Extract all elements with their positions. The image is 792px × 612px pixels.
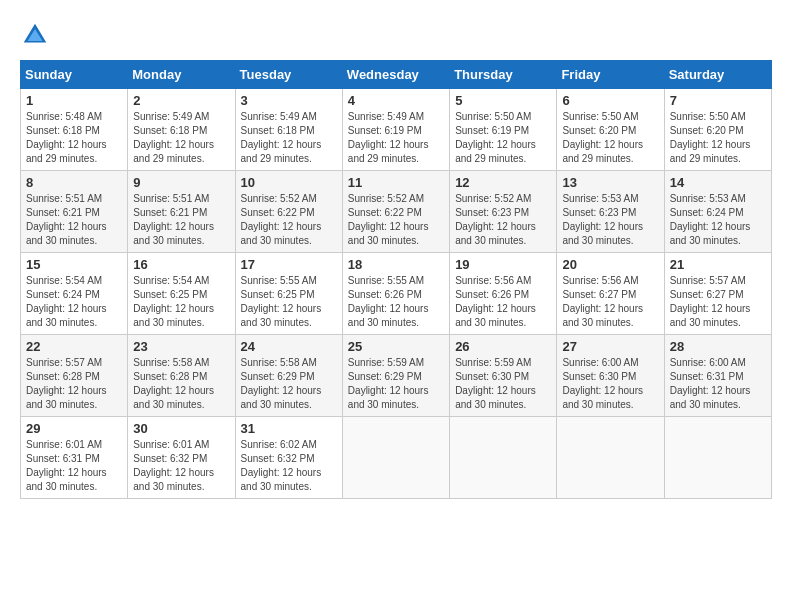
logo — [20, 20, 54, 50]
day-number: 9 — [133, 175, 229, 190]
day-number: 30 — [133, 421, 229, 436]
day-number: 4 — [348, 93, 444, 108]
day-info: Sunrise: 5:49 AM Sunset: 6:18 PM Dayligh… — [133, 110, 229, 166]
day-number: 18 — [348, 257, 444, 272]
day-number: 14 — [670, 175, 766, 190]
calendar-cell: 2 Sunrise: 5:49 AM Sunset: 6:18 PM Dayli… — [128, 89, 235, 171]
day-info: Sunrise: 6:00 AM Sunset: 6:30 PM Dayligh… — [562, 356, 658, 412]
day-info: Sunrise: 5:53 AM Sunset: 6:23 PM Dayligh… — [562, 192, 658, 248]
day-number: 15 — [26, 257, 122, 272]
day-number: 27 — [562, 339, 658, 354]
day-number: 12 — [455, 175, 551, 190]
day-info: Sunrise: 5:57 AM Sunset: 6:28 PM Dayligh… — [26, 356, 122, 412]
calendar-cell: 26 Sunrise: 5:59 AM Sunset: 6:30 PM Dayl… — [450, 335, 557, 417]
day-number: 8 — [26, 175, 122, 190]
calendar-header-friday: Friday — [557, 61, 664, 89]
day-info: Sunrise: 5:58 AM Sunset: 6:29 PM Dayligh… — [241, 356, 337, 412]
day-number: 22 — [26, 339, 122, 354]
calendar-header-tuesday: Tuesday — [235, 61, 342, 89]
calendar-cell: 19 Sunrise: 5:56 AM Sunset: 6:26 PM Dayl… — [450, 253, 557, 335]
calendar-cell: 6 Sunrise: 5:50 AM Sunset: 6:20 PM Dayli… — [557, 89, 664, 171]
calendar-cell: 25 Sunrise: 5:59 AM Sunset: 6:29 PM Dayl… — [342, 335, 449, 417]
day-info: Sunrise: 5:55 AM Sunset: 6:26 PM Dayligh… — [348, 274, 444, 330]
calendar-cell: 24 Sunrise: 5:58 AM Sunset: 6:29 PM Dayl… — [235, 335, 342, 417]
calendar-cell: 9 Sunrise: 5:51 AM Sunset: 6:21 PM Dayli… — [128, 171, 235, 253]
calendar-cell: 1 Sunrise: 5:48 AM Sunset: 6:18 PM Dayli… — [21, 89, 128, 171]
calendar-cell: 5 Sunrise: 5:50 AM Sunset: 6:19 PM Dayli… — [450, 89, 557, 171]
day-info: Sunrise: 5:59 AM Sunset: 6:30 PM Dayligh… — [455, 356, 551, 412]
calendar-cell: 8 Sunrise: 5:51 AM Sunset: 6:21 PM Dayli… — [21, 171, 128, 253]
day-number: 3 — [241, 93, 337, 108]
day-number: 13 — [562, 175, 658, 190]
day-number: 23 — [133, 339, 229, 354]
day-number: 21 — [670, 257, 766, 272]
day-number: 28 — [670, 339, 766, 354]
day-info: Sunrise: 5:52 AM Sunset: 6:23 PM Dayligh… — [455, 192, 551, 248]
day-info: Sunrise: 5:50 AM Sunset: 6:20 PM Dayligh… — [670, 110, 766, 166]
calendar-week-row: 8 Sunrise: 5:51 AM Sunset: 6:21 PM Dayli… — [21, 171, 772, 253]
day-number: 5 — [455, 93, 551, 108]
calendar-cell — [450, 417, 557, 499]
calendar-cell: 7 Sunrise: 5:50 AM Sunset: 6:20 PM Dayli… — [664, 89, 771, 171]
day-number: 26 — [455, 339, 551, 354]
calendar-week-row: 1 Sunrise: 5:48 AM Sunset: 6:18 PM Dayli… — [21, 89, 772, 171]
calendar-header-saturday: Saturday — [664, 61, 771, 89]
calendar-cell: 20 Sunrise: 5:56 AM Sunset: 6:27 PM Dayl… — [557, 253, 664, 335]
calendar-cell: 3 Sunrise: 5:49 AM Sunset: 6:18 PM Dayli… — [235, 89, 342, 171]
calendar-cell: 11 Sunrise: 5:52 AM Sunset: 6:22 PM Dayl… — [342, 171, 449, 253]
day-info: Sunrise: 5:59 AM Sunset: 6:29 PM Dayligh… — [348, 356, 444, 412]
calendar-cell: 29 Sunrise: 6:01 AM Sunset: 6:31 PM Dayl… — [21, 417, 128, 499]
day-info: Sunrise: 5:49 AM Sunset: 6:18 PM Dayligh… — [241, 110, 337, 166]
day-info: Sunrise: 6:02 AM Sunset: 6:32 PM Dayligh… — [241, 438, 337, 494]
day-info: Sunrise: 5:49 AM Sunset: 6:19 PM Dayligh… — [348, 110, 444, 166]
calendar-header-thursday: Thursday — [450, 61, 557, 89]
day-number: 24 — [241, 339, 337, 354]
calendar-cell: 28 Sunrise: 6:00 AM Sunset: 6:31 PM Dayl… — [664, 335, 771, 417]
calendar-cell: 30 Sunrise: 6:01 AM Sunset: 6:32 PM Dayl… — [128, 417, 235, 499]
day-number: 17 — [241, 257, 337, 272]
day-info: Sunrise: 5:56 AM Sunset: 6:27 PM Dayligh… — [562, 274, 658, 330]
calendar-cell: 17 Sunrise: 5:55 AM Sunset: 6:25 PM Dayl… — [235, 253, 342, 335]
calendar-week-row: 29 Sunrise: 6:01 AM Sunset: 6:31 PM Dayl… — [21, 417, 772, 499]
calendar-cell — [342, 417, 449, 499]
calendar-cell: 18 Sunrise: 5:55 AM Sunset: 6:26 PM Dayl… — [342, 253, 449, 335]
calendar-cell: 23 Sunrise: 5:58 AM Sunset: 6:28 PM Dayl… — [128, 335, 235, 417]
day-info: Sunrise: 5:51 AM Sunset: 6:21 PM Dayligh… — [26, 192, 122, 248]
day-number: 10 — [241, 175, 337, 190]
day-info: Sunrise: 5:57 AM Sunset: 6:27 PM Dayligh… — [670, 274, 766, 330]
calendar-cell: 27 Sunrise: 6:00 AM Sunset: 6:30 PM Dayl… — [557, 335, 664, 417]
day-info: Sunrise: 5:50 AM Sunset: 6:19 PM Dayligh… — [455, 110, 551, 166]
day-number: 16 — [133, 257, 229, 272]
calendar-header-row: SundayMondayTuesdayWednesdayThursdayFrid… — [21, 61, 772, 89]
day-number: 20 — [562, 257, 658, 272]
day-number: 7 — [670, 93, 766, 108]
calendar-cell: 22 Sunrise: 5:57 AM Sunset: 6:28 PM Dayl… — [21, 335, 128, 417]
day-number: 6 — [562, 93, 658, 108]
day-info: Sunrise: 5:54 AM Sunset: 6:25 PM Dayligh… — [133, 274, 229, 330]
calendar-week-row: 15 Sunrise: 5:54 AM Sunset: 6:24 PM Dayl… — [21, 253, 772, 335]
day-info: Sunrise: 6:00 AM Sunset: 6:31 PM Dayligh… — [670, 356, 766, 412]
day-info: Sunrise: 5:52 AM Sunset: 6:22 PM Dayligh… — [241, 192, 337, 248]
calendar-header-sunday: Sunday — [21, 61, 128, 89]
day-info: Sunrise: 5:58 AM Sunset: 6:28 PM Dayligh… — [133, 356, 229, 412]
calendar-cell: 15 Sunrise: 5:54 AM Sunset: 6:24 PM Dayl… — [21, 253, 128, 335]
calendar-cell: 10 Sunrise: 5:52 AM Sunset: 6:22 PM Dayl… — [235, 171, 342, 253]
calendar-cell: 12 Sunrise: 5:52 AM Sunset: 6:23 PM Dayl… — [450, 171, 557, 253]
calendar-header-wednesday: Wednesday — [342, 61, 449, 89]
page-header — [20, 20, 772, 50]
calendar-cell — [557, 417, 664, 499]
calendar-week-row: 22 Sunrise: 5:57 AM Sunset: 6:28 PM Dayl… — [21, 335, 772, 417]
calendar-cell: 13 Sunrise: 5:53 AM Sunset: 6:23 PM Dayl… — [557, 171, 664, 253]
day-info: Sunrise: 5:54 AM Sunset: 6:24 PM Dayligh… — [26, 274, 122, 330]
calendar-table: SundayMondayTuesdayWednesdayThursdayFrid… — [20, 60, 772, 499]
calendar-cell: 4 Sunrise: 5:49 AM Sunset: 6:19 PM Dayli… — [342, 89, 449, 171]
calendar-cell: 16 Sunrise: 5:54 AM Sunset: 6:25 PM Dayl… — [128, 253, 235, 335]
day-number: 25 — [348, 339, 444, 354]
day-number: 29 — [26, 421, 122, 436]
calendar-header-monday: Monday — [128, 61, 235, 89]
calendar-cell: 31 Sunrise: 6:02 AM Sunset: 6:32 PM Dayl… — [235, 417, 342, 499]
logo-icon — [20, 20, 50, 50]
day-number: 19 — [455, 257, 551, 272]
day-info: Sunrise: 5:53 AM Sunset: 6:24 PM Dayligh… — [670, 192, 766, 248]
day-info: Sunrise: 5:56 AM Sunset: 6:26 PM Dayligh… — [455, 274, 551, 330]
